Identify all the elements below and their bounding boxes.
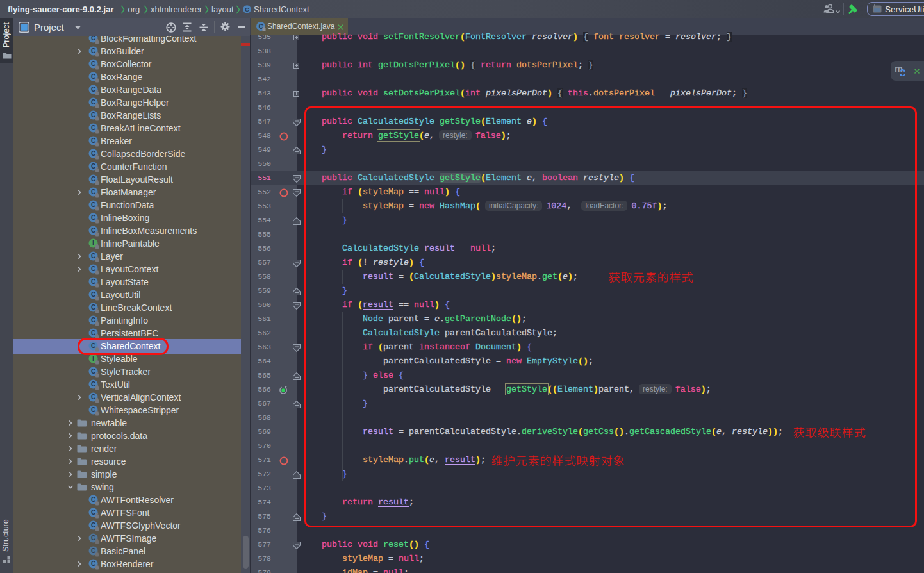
svg-text:I: I: [92, 355, 94, 362]
svg-text:C: C: [91, 496, 95, 503]
svg-text:C: C: [91, 394, 95, 401]
svg-text:C: C: [91, 163, 95, 170]
svg-text:C: C: [91, 176, 95, 183]
svg-text:C: C: [91, 329, 95, 336]
svg-text:C: C: [91, 522, 95, 529]
svg-text:C: C: [91, 304, 95, 311]
svg-text:C: C: [91, 188, 95, 195]
svg-text:C: C: [91, 60, 95, 67]
svg-text:C: C: [91, 150, 95, 157]
svg-text:C: C: [91, 547, 95, 554]
svg-text:C: C: [91, 406, 95, 413]
svg-text:C: C: [91, 291, 95, 298]
svg-text:C: C: [91, 509, 95, 516]
svg-text:C: C: [91, 265, 95, 272]
svg-text:C: C: [91, 73, 95, 80]
svg-text:C: C: [91, 112, 95, 119]
svg-text:C: C: [91, 201, 95, 208]
svg-text:C: C: [91, 560, 95, 567]
svg-text:C: C: [91, 86, 95, 93]
svg-text:C: C: [91, 253, 95, 260]
svg-text:C: C: [91, 278, 95, 285]
svg-text:C: C: [91, 368, 95, 375]
svg-text:C: C: [91, 535, 95, 542]
svg-text:C: C: [245, 6, 249, 13]
svg-text:I: I: [92, 240, 94, 247]
svg-text:C: C: [91, 317, 95, 324]
svg-text:C: C: [91, 99, 95, 106]
svg-text:C: C: [91, 137, 95, 144]
svg-text:C: C: [91, 381, 95, 388]
svg-text:C: C: [91, 47, 95, 54]
svg-text:C: C: [91, 124, 95, 131]
svg-text:C: C: [91, 227, 95, 234]
svg-text:C: C: [91, 214, 95, 221]
